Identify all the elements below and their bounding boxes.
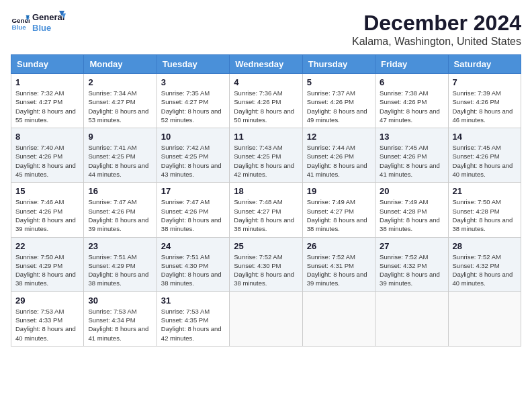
day-cell: 24 Sunrise: 7:51 AM Sunset: 4:30 PM Dayl… [157, 237, 229, 291]
day-cell: 12 Sunrise: 7:44 AM Sunset: 4:26 PM Dayl… [302, 128, 375, 183]
logo-icon: General Blue [11, 13, 30, 32]
day-info: Sunrise: 7:45 AM Sunset: 4:26 PM Dayligh… [380, 143, 443, 179]
day-number: 3 [161, 77, 225, 87]
day-cell: 13 Sunrise: 7:45 AM Sunset: 4:26 PM Dayl… [375, 128, 448, 183]
day-cell: 30 Sunrise: 7:53 AM Sunset: 4:34 PM Dayl… [84, 291, 157, 346]
day-cell: 14 Sunrise: 7:45 AM Sunset: 4:26 PM Dayl… [448, 128, 521, 183]
day-number: 6 [380, 77, 443, 87]
day-info: Sunrise: 7:49 AM Sunset: 4:27 PM Dayligh… [307, 197, 371, 233]
day-info: Sunrise: 7:53 AM Sunset: 4:34 PM Dayligh… [88, 307, 152, 342]
day-cell [375, 291, 448, 346]
day-cell: 11 Sunrise: 7:43 AM Sunset: 4:25 PM Dayl… [230, 128, 302, 183]
weekday-header-row: SundayMondayTuesdayWednesdayThursdayFrid… [11, 55, 521, 74]
day-info: Sunrise: 7:32 AM Sunset: 4:27 PM Dayligh… [15, 89, 79, 124]
weekday-friday: Friday [375, 55, 448, 74]
day-number: 17 [161, 186, 225, 196]
day-number: 11 [234, 132, 298, 142]
day-cell: 29 Sunrise: 7:53 AM Sunset: 4:33 PM Dayl… [11, 291, 84, 346]
day-number: 15 [15, 186, 79, 196]
day-info: Sunrise: 7:48 AM Sunset: 4:27 PM Dayligh… [234, 197, 298, 233]
svg-text:Blue: Blue [32, 23, 51, 33]
day-number: 30 [88, 295, 152, 306]
day-info: Sunrise: 7:50 AM Sunset: 4:28 PM Dayligh… [453, 197, 517, 233]
day-info: Sunrise: 7:53 AM Sunset: 4:35 PM Dayligh… [161, 307, 225, 342]
day-number: 23 [88, 241, 152, 251]
day-cell: 3 Sunrise: 7:35 AM Sunset: 4:27 PM Dayli… [157, 74, 229, 128]
day-cell: 23 Sunrise: 7:51 AM Sunset: 4:29 PM Dayl… [84, 237, 157, 291]
day-cell: 15 Sunrise: 7:46 AM Sunset: 4:26 PM Dayl… [11, 183, 84, 237]
page-header: General Blue General Blue December 2024 … [11, 11, 521, 48]
logo: General Blue General Blue [11, 11, 66, 35]
day-info: Sunrise: 7:40 AM Sunset: 4:26 PM Dayligh… [15, 143, 79, 179]
day-info: Sunrise: 7:52 AM Sunset: 4:32 PM Dayligh… [453, 253, 517, 288]
day-info: Sunrise: 7:50 AM Sunset: 4:29 PM Dayligh… [15, 253, 79, 288]
day-info: Sunrise: 7:44 AM Sunset: 4:26 PM Dayligh… [307, 143, 371, 179]
weekday-monday: Monday [84, 55, 157, 74]
week-row-1: 1 Sunrise: 7:32 AM Sunset: 4:27 PM Dayli… [11, 74, 521, 128]
day-info: Sunrise: 7:51 AM Sunset: 4:29 PM Dayligh… [88, 253, 152, 288]
day-cell: 19 Sunrise: 7:49 AM Sunset: 4:27 PM Dayl… [302, 183, 375, 237]
day-cell: 4 Sunrise: 7:36 AM Sunset: 4:26 PM Dayli… [230, 74, 302, 128]
day-cell: 25 Sunrise: 7:52 AM Sunset: 4:30 PM Dayl… [230, 237, 302, 291]
day-info: Sunrise: 7:53 AM Sunset: 4:33 PM Dayligh… [15, 307, 79, 342]
day-number: 21 [453, 186, 517, 196]
logo-svg: General Blue [32, 11, 66, 35]
day-number: 4 [234, 77, 298, 87]
day-cell: 22 Sunrise: 7:50 AM Sunset: 4:29 PM Dayl… [11, 237, 84, 291]
day-info: Sunrise: 7:34 AM Sunset: 4:27 PM Dayligh… [88, 89, 152, 124]
week-row-2: 8 Sunrise: 7:40 AM Sunset: 4:26 PM Dayli… [11, 128, 521, 183]
month-title: December 2024 [352, 11, 521, 36]
day-info: Sunrise: 7:49 AM Sunset: 4:28 PM Dayligh… [380, 197, 443, 233]
day-cell: 20 Sunrise: 7:49 AM Sunset: 4:28 PM Dayl… [375, 183, 448, 237]
day-number: 10 [161, 132, 225, 142]
day-number: 19 [307, 186, 371, 196]
day-info: Sunrise: 7:52 AM Sunset: 4:32 PM Dayligh… [380, 253, 443, 288]
title-block: December 2024 Kalama, Washington, United… [352, 11, 521, 48]
day-cell: 18 Sunrise: 7:48 AM Sunset: 4:27 PM Dayl… [230, 183, 302, 237]
day-number: 25 [234, 241, 298, 251]
day-number: 2 [88, 77, 152, 87]
day-number: 24 [161, 241, 225, 251]
day-info: Sunrise: 7:39 AM Sunset: 4:26 PM Dayligh… [453, 89, 517, 124]
day-number: 14 [453, 132, 517, 142]
day-cell: 6 Sunrise: 7:38 AM Sunset: 4:26 PM Dayli… [375, 74, 448, 128]
day-number: 12 [307, 132, 371, 142]
day-number: 9 [88, 132, 152, 142]
week-row-5: 29 Sunrise: 7:53 AM Sunset: 4:33 PM Dayl… [11, 291, 521, 346]
week-row-4: 22 Sunrise: 7:50 AM Sunset: 4:29 PM Dayl… [11, 237, 521, 291]
weekday-thursday: Thursday [302, 55, 375, 74]
day-number: 27 [380, 241, 443, 251]
location-title: Kalama, Washington, United States [352, 36, 521, 48]
day-number: 16 [88, 186, 152, 196]
day-cell: 8 Sunrise: 7:40 AM Sunset: 4:26 PM Dayli… [11, 128, 84, 183]
week-row-3: 15 Sunrise: 7:46 AM Sunset: 4:26 PM Dayl… [11, 183, 521, 237]
svg-text:Blue: Blue [11, 24, 26, 31]
day-cell: 2 Sunrise: 7:34 AM Sunset: 4:27 PM Dayli… [84, 74, 157, 128]
day-cell: 21 Sunrise: 7:50 AM Sunset: 4:28 PM Dayl… [448, 183, 521, 237]
day-number: 1 [15, 77, 79, 87]
day-number: 20 [380, 186, 443, 196]
day-info: Sunrise: 7:51 AM Sunset: 4:30 PM Dayligh… [161, 253, 225, 288]
svg-text:General: General [32, 12, 64, 22]
day-info: Sunrise: 7:47 AM Sunset: 4:26 PM Dayligh… [88, 197, 152, 233]
day-number: 18 [234, 186, 298, 196]
day-info: Sunrise: 7:42 AM Sunset: 4:25 PM Dayligh… [161, 143, 225, 179]
day-cell [230, 291, 302, 346]
day-number: 22 [15, 241, 79, 251]
day-cell: 7 Sunrise: 7:39 AM Sunset: 4:26 PM Dayli… [448, 74, 521, 128]
day-number: 13 [380, 132, 443, 142]
day-info: Sunrise: 7:47 AM Sunset: 4:26 PM Dayligh… [161, 197, 225, 233]
day-cell [302, 291, 375, 346]
day-info: Sunrise: 7:45 AM Sunset: 4:26 PM Dayligh… [453, 143, 517, 179]
day-number: 8 [15, 132, 79, 142]
day-cell: 10 Sunrise: 7:42 AM Sunset: 4:25 PM Dayl… [157, 128, 229, 183]
day-info: Sunrise: 7:52 AM Sunset: 4:31 PM Dayligh… [307, 253, 371, 288]
calendar-table: SundayMondayTuesdayWednesdayThursdayFrid… [11, 54, 521, 347]
day-info: Sunrise: 7:37 AM Sunset: 4:26 PM Dayligh… [307, 89, 371, 124]
day-cell: 5 Sunrise: 7:37 AM Sunset: 4:26 PM Dayli… [302, 74, 375, 128]
day-info: Sunrise: 7:43 AM Sunset: 4:25 PM Dayligh… [234, 143, 298, 179]
day-info: Sunrise: 7:41 AM Sunset: 4:25 PM Dayligh… [88, 143, 152, 179]
day-number: 31 [161, 295, 225, 306]
day-cell: 31 Sunrise: 7:53 AM Sunset: 4:35 PM Dayl… [157, 291, 229, 346]
day-cell: 9 Sunrise: 7:41 AM Sunset: 4:25 PM Dayli… [84, 128, 157, 183]
